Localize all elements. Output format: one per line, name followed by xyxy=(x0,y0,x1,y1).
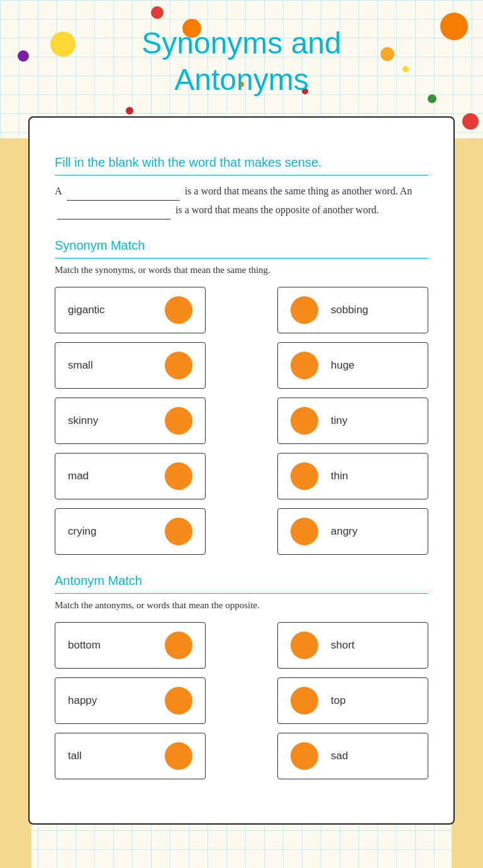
synonym-pairs: gigantic sobbing small xyxy=(55,287,428,555)
main-card: Fill in the blank with the word that mak… xyxy=(28,116,455,825)
antonym-instruction: Match the antonyms, or words that mean t… xyxy=(55,600,428,611)
blank-1[interactable] xyxy=(67,182,180,201)
connector-left-1[interactable] xyxy=(165,296,192,324)
synonym-section: Synonym Match Match the synonyms, or wor… xyxy=(55,238,428,555)
synonym-instruction: Match the synonyms, or words that mean t… xyxy=(55,265,428,275)
antonym-connector-right-2[interactable] xyxy=(291,687,318,715)
connector-right-4[interactable] xyxy=(291,462,318,490)
fill-text-part3: is a word that means the opposite of ano… xyxy=(175,204,379,215)
connector-left-3[interactable] xyxy=(165,407,192,435)
antonym-right-1: short xyxy=(277,622,428,669)
word-tiny: tiny xyxy=(331,415,347,427)
antonym-section: Antonym Match Match the antonyms, or wor… xyxy=(55,574,428,779)
connector-right-1[interactable] xyxy=(291,296,318,324)
word-thin: thin xyxy=(331,470,348,482)
fill-text-part2: is a word that means the same thing as a… xyxy=(185,186,413,196)
antonym-pairs: bottom short happy xyxy=(55,622,428,779)
word-mad: mad xyxy=(68,470,89,482)
synonym-left-5: crying xyxy=(55,508,206,555)
word-crying: crying xyxy=(68,525,96,538)
word-skinny: skinny xyxy=(68,415,98,427)
synonym-row-2: small huge xyxy=(55,342,428,389)
title-line1: Synonyms and xyxy=(142,26,341,60)
antonym-right-3: sad xyxy=(277,733,428,779)
antonym-connector-left-2[interactable] xyxy=(165,687,192,715)
synonym-right-5: angry xyxy=(277,508,428,555)
title-line2: Antonyms xyxy=(174,63,308,96)
word-short: short xyxy=(331,639,355,652)
antonym-right-2: top xyxy=(277,677,428,724)
word-tall: tall xyxy=(68,750,82,762)
antonym-connector-left-3[interactable] xyxy=(165,742,192,770)
synonym-left-1: gigantic xyxy=(55,287,206,333)
synonym-left-4: mad xyxy=(55,453,206,499)
word-sobbing: sobbing xyxy=(331,304,369,316)
synonym-right-2: huge xyxy=(277,342,428,389)
synonym-row-1: gigantic sobbing xyxy=(55,287,428,333)
page-title: Synonyms and Antonyms xyxy=(13,25,470,97)
title-area: Synonyms and Antonyms xyxy=(0,0,483,110)
word-angry: angry xyxy=(331,525,358,538)
synonym-left-3: skinny xyxy=(55,398,206,444)
antonym-left-3: tall xyxy=(55,733,206,779)
antonym-row-2: happy top xyxy=(55,677,428,724)
word-huge: huge xyxy=(331,359,355,372)
antonym-row-1: bottom short xyxy=(55,622,428,669)
synonym-right-4: thin xyxy=(277,453,428,499)
synonym-left-2: small xyxy=(55,342,206,389)
blank-2[interactable] xyxy=(57,201,170,220)
synonym-right-3: tiny xyxy=(277,398,428,444)
word-bottom: bottom xyxy=(68,639,101,652)
connector-left-5[interactable] xyxy=(165,518,192,545)
synonym-row-3: skinny tiny xyxy=(55,398,428,444)
fill-section-heading: Fill in the blank with the word that mak… xyxy=(55,155,428,175)
fill-section: Fill in the blank with the word that mak… xyxy=(55,155,428,220)
fill-text-a: A xyxy=(55,186,64,196)
connector-right-2[interactable] xyxy=(291,352,318,379)
connector-right-5[interactable] xyxy=(291,518,318,545)
word-top: top xyxy=(331,694,346,707)
antonym-row-3: tall sad xyxy=(55,733,428,779)
antonym-left-2: happy xyxy=(55,677,206,724)
word-small: small xyxy=(68,359,93,372)
word-gigantic: gigantic xyxy=(68,304,105,316)
fill-text-paragraph: A is a word that means the same thing as… xyxy=(55,182,428,220)
antonym-left-1: bottom xyxy=(55,622,206,669)
antonym-connector-right-1[interactable] xyxy=(291,632,318,659)
antonym-heading: Antonym Match xyxy=(55,574,428,594)
connector-left-2[interactable] xyxy=(165,352,192,379)
synonym-row-4: mad thin xyxy=(55,453,428,499)
connector-right-3[interactable] xyxy=(291,407,318,435)
connector-left-4[interactable] xyxy=(165,462,192,490)
word-happy: happy xyxy=(68,694,97,707)
antonym-connector-right-3[interactable] xyxy=(291,742,318,770)
synonym-heading: Synonym Match xyxy=(55,238,428,259)
synonym-right-1: sobbing xyxy=(277,287,428,333)
word-sad: sad xyxy=(331,750,348,762)
antonym-connector-left-1[interactable] xyxy=(165,632,192,659)
synonym-row-5: crying angry xyxy=(55,508,428,555)
